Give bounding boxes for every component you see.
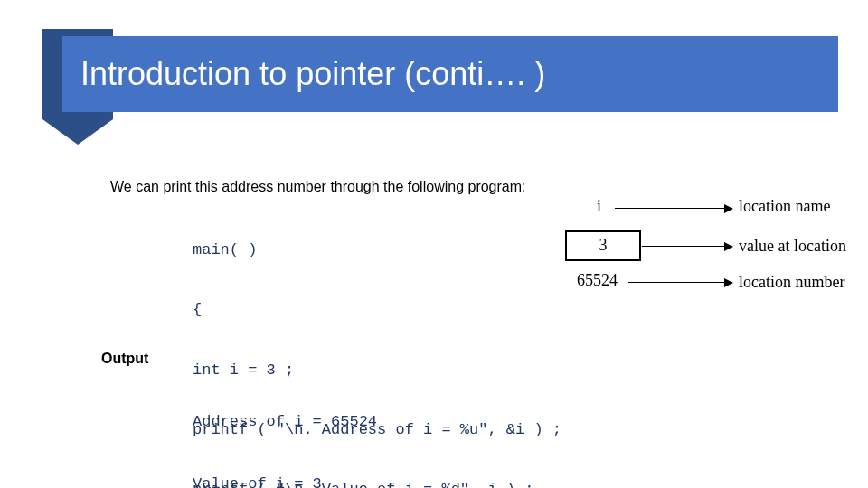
ribbon-tail-right (78, 119, 113, 145)
output-label: Output (101, 351, 148, 367)
diagram-address: 65524 (577, 271, 618, 290)
code-line: main( ) (193, 240, 561, 260)
arrow-icon (615, 208, 732, 209)
diagram-value-box: 3 (565, 230, 641, 261)
arrow-icon (642, 246, 732, 247)
diagram-value: 3 (599, 236, 608, 254)
code-line: { (193, 300, 561, 320)
slide-title: Introduction to pointer (conti…. ) (62, 55, 545, 93)
ribbon-front: Introduction to pointer (conti…. ) (62, 36, 838, 112)
intro-text: We can print this address number through… (110, 179, 526, 195)
memory-diagram: i location name 3 value at location 6552… (561, 199, 850, 352)
ribbon-tail-left (42, 119, 78, 145)
diagram-label-value: value at location (739, 237, 846, 256)
slide: Introduction to pointer (conti…. ) We ca… (0, 0, 868, 488)
output-block: Address of i = 65524 Value of i = 3 (193, 371, 377, 488)
arrow-icon (628, 282, 732, 283)
title-banner: Introduction to pointer (conti…. ) (42, 29, 838, 119)
diagram-label-name: location name (739, 197, 830, 216)
diagram-var-name: i (597, 197, 601, 216)
output-line: Value of i = 3 (193, 474, 377, 488)
diagram-label-addr: location number (739, 273, 844, 292)
output-line: Address of i = 65524 (193, 412, 377, 433)
